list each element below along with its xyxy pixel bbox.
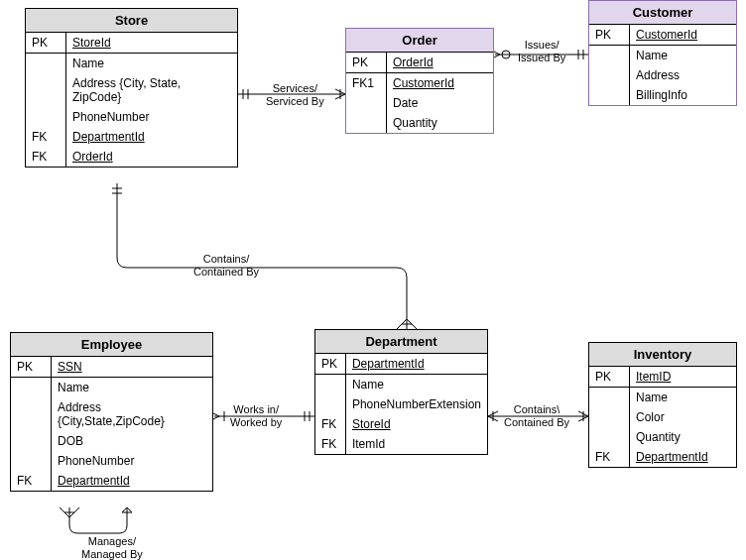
entity-order-title: Order bbox=[346, 29, 493, 53]
entity-inventory: Inventory PKItemID Name Color Quantity F… bbox=[588, 342, 737, 468]
rel-employee-department: Works in/Worked by bbox=[230, 403, 282, 428]
entity-department: Department PKDepartmentId Name PhoneNumb… bbox=[314, 329, 488, 455]
entity-employee-title: Employee bbox=[11, 333, 212, 357]
entity-department-title: Department bbox=[315, 330, 487, 354]
rel-order-customer: Issues/Issued By bbox=[518, 39, 565, 63]
rel-department-inventory: Contains\Contained By bbox=[504, 403, 569, 428]
rel-store-department: Contains/Contained By bbox=[193, 253, 259, 278]
entity-customer-title: Customer bbox=[589, 1, 736, 25]
svg-point-0 bbox=[502, 51, 510, 58]
entity-order: Order PKOrderId FK1CustomerId Date Quant… bbox=[345, 28, 494, 134]
entity-inventory-title: Inventory bbox=[589, 343, 736, 367]
rel-employee-self: Manages/Managed By bbox=[81, 535, 143, 560]
entity-employee: Employee PKSSN Name Address {City,State,… bbox=[10, 332, 213, 492]
entity-customer: Customer PKCustomerId Name Address Billi… bbox=[588, 0, 737, 106]
entity-store: Store PKStoreId Name Address {City, Stat… bbox=[25, 8, 238, 168]
rel-store-order: Services/Serviced By bbox=[266, 82, 324, 107]
entity-store-title: Store bbox=[26, 9, 237, 33]
